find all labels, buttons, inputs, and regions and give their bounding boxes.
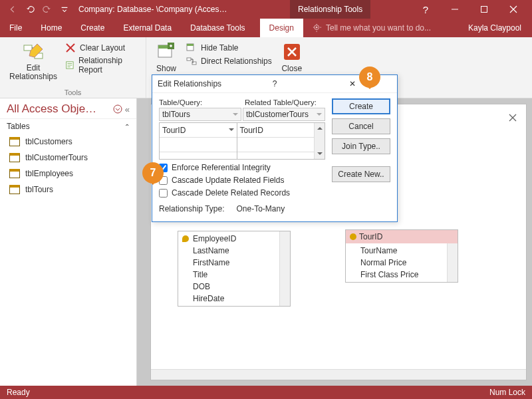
- nav-dropdown-icon[interactable]: [113, 104, 122, 114]
- combo-table-left[interactable]: tblTours: [159, 108, 241, 121]
- nav-item-tblcustomers[interactable]: tblCustomers: [0, 134, 136, 150]
- table-icon: [9, 169, 20, 178]
- svg-rect-0: [481, 7, 487, 13]
- help-icon[interactable]: ?: [411, 0, 440, 19]
- tab-design[interactable]: Design: [260, 19, 303, 37]
- field-title[interactable]: Title: [178, 269, 290, 281]
- tab-create[interactable]: Create: [71, 19, 114, 37]
- field-firstclassprice[interactable]: First Class Price: [346, 269, 458, 281]
- edit-relationships-label: EditRelationships: [9, 64, 57, 81]
- callout-7: 7: [142, 162, 164, 184]
- table-icon: [9, 137, 20, 146]
- nav-section-tables[interactable]: Tables: [7, 122, 30, 131]
- context-tab-relationship-tools: Relationship Tools: [290, 0, 370, 19]
- nav-item-tbltours[interactable]: tblTours: [0, 182, 136, 198]
- svg-rect-10: [187, 44, 194, 46]
- field-lastname[interactable]: LastName: [178, 245, 290, 257]
- close-relationships-button[interactable]: Close: [277, 40, 307, 74]
- svg-rect-3: [24, 45, 32, 51]
- direct-relationships-button[interactable]: Direct Relationships: [186, 56, 272, 66]
- dialog-help-icon[interactable]: ?: [235, 79, 313, 88]
- canvas-hscroll[interactable]: [151, 369, 526, 380]
- table-icon: [9, 185, 20, 194]
- label-related-table: Related Table/Query:: [245, 98, 325, 106]
- field-dob[interactable]: DOB: [178, 281, 290, 293]
- tell-me-search[interactable]: Tell me what you want to do...: [303, 19, 458, 37]
- edit-relationships-button[interactable]: EditRelationships: [5, 40, 61, 82]
- dialog-title: Edit Relationships: [158, 79, 235, 88]
- status-numlock: Num Lock: [489, 388, 525, 397]
- label-enforce-integrity: Enforce Referential Integrity: [172, 163, 271, 172]
- maximize-icon[interactable]: [469, 0, 499, 19]
- edit-relationships-dialog: Edit Relationships ? ✕ Table/Query: Rela…: [152, 74, 398, 222]
- nav-item-tblcustomertours[interactable]: tblCustomerTours: [0, 150, 136, 166]
- user-name[interactable]: Kayla Claypool: [458, 19, 532, 37]
- checkbox-cascade-delete[interactable]: [159, 189, 168, 198]
- svg-point-2: [316, 27, 318, 29]
- nav-collapse-icon[interactable]: «: [125, 104, 130, 114]
- create-button[interactable]: Create: [332, 98, 390, 114]
- minimize-icon[interactable]: [440, 0, 469, 19]
- tab-file[interactable]: File: [0, 19, 31, 37]
- nav-header[interactable]: All Access Obje…: [7, 102, 96, 116]
- redo-icon[interactable]: [39, 2, 55, 17]
- key-icon: [350, 233, 356, 240]
- grid-cell-empty[interactable]: [160, 138, 237, 152]
- create-new-button[interactable]: Create New..: [332, 166, 390, 182]
- dropdown-icon[interactable]: [229, 128, 234, 134]
- callout-8: 8: [359, 66, 380, 88]
- show-table-button[interactable]: Show: [152, 40, 181, 74]
- status-ready: Ready: [7, 388, 30, 397]
- field-tourname[interactable]: TourName: [346, 245, 458, 257]
- titlebar: Company: Database- \Company (Acces… ?: [0, 0, 532, 19]
- grid-cell-empty[interactable]: [237, 138, 315, 152]
- table-window-tours[interactable]: TourID TourName Normal Price First Class…: [345, 229, 458, 283]
- field-firstname[interactable]: FirstName: [178, 257, 290, 269]
- svg-rect-11: [187, 58, 191, 61]
- tell-me-placeholder: Tell me what you want to do...: [326, 23, 431, 33]
- field-hiredate[interactable]: HireDate: [178, 293, 290, 305]
- label-cascade-delete: Cascade Delete Related Records: [172, 188, 290, 198]
- nav-item-tblemployees[interactable]: tblEmployees: [0, 166, 136, 182]
- table-window-employees[interactable]: EmployeeID LastName FirstName Title DOB …: [178, 231, 291, 307]
- label-cascade-update: Cascade Update Related Fields: [172, 176, 284, 185]
- close-document-icon[interactable]: [509, 114, 517, 122]
- value-relationship-type: One-To-Many: [237, 204, 285, 213]
- undo-icon[interactable]: [22, 2, 38, 17]
- label-relationship-type: Relationship Type:: [159, 204, 225, 213]
- ribbon-tabs: File Home Create External Data Database …: [0, 19, 532, 37]
- nav-back-icon[interactable]: [5, 2, 21, 17]
- table-header-tours[interactable]: TourID: [346, 230, 458, 243]
- section-toggle-icon[interactable]: ⌃: [124, 123, 130, 130]
- grid-cell-left-field[interactable]: TourID: [160, 123, 237, 138]
- field-normalprice[interactable]: Normal Price: [346, 257, 458, 269]
- grid-cell-right-field[interactable]: TourID: [237, 123, 315, 138]
- hide-table-button[interactable]: Hide Table: [186, 43, 272, 53]
- table-scrollbar[interactable]: [279, 231, 290, 306]
- table-icon: [9, 153, 20, 162]
- clear-layout-button[interactable]: Clear Layout: [65, 43, 139, 53]
- field-employeeid[interactable]: EmployeeID: [178, 233, 290, 245]
- tab-database-tools[interactable]: Database Tools: [181, 19, 255, 37]
- label-table-query: Table/Query:: [159, 98, 239, 106]
- combo-table-right[interactable]: tblCustomerTours: [243, 108, 325, 121]
- tab-home[interactable]: Home: [31, 19, 71, 37]
- field-grid: TourID TourID: [159, 122, 325, 160]
- svg-point-14: [114, 105, 122, 113]
- tab-external-data[interactable]: External Data: [114, 19, 181, 37]
- cancel-button[interactable]: Cancel: [332, 118, 390, 134]
- join-type-button[interactable]: Join Type..: [332, 138, 390, 154]
- qat-customize-icon[interactable]: [57, 2, 72, 17]
- navigation-pane: All Access Obje… « Tables ⌃ tblCustomers…: [0, 98, 137, 386]
- ribbon-group-tools: Tools: [5, 87, 140, 96]
- status-bar: Ready Num Lock: [0, 386, 532, 399]
- relationship-report-button[interactable]: Relationship Report: [65, 56, 139, 74]
- table-scrollbar[interactable]: [447, 243, 458, 282]
- close-icon[interactable]: [499, 0, 528, 19]
- grid-scrollbar[interactable]: [314, 123, 325, 159]
- dialog-close-icon[interactable]: ✕: [314, 79, 392, 88]
